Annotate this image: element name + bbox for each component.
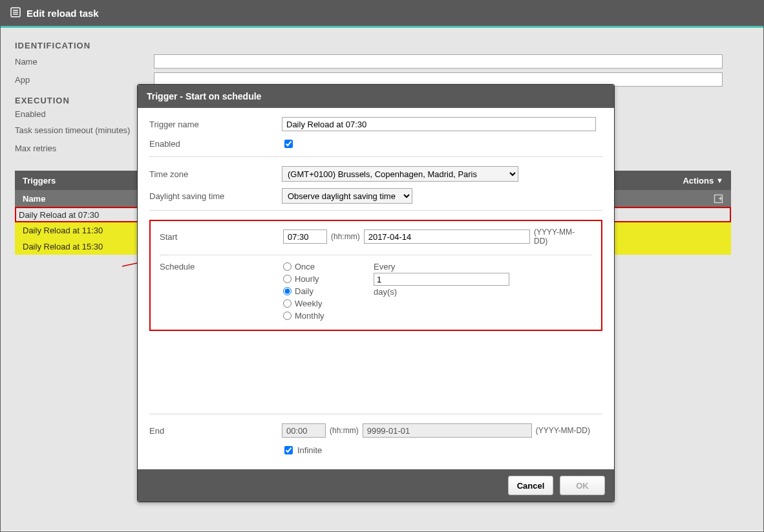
schedule-daily-radio[interactable] (283, 287, 292, 295)
end-label: End (149, 426, 282, 436)
schedule-once-radio[interactable] (283, 262, 292, 271)
page-body: IDENTIFICATION Name App EXECUTION Enable… (1, 28, 763, 531)
edit-reload-task-window: Edit reload task IDENTIFICATION Name App… (0, 0, 764, 532)
window-title: Edit reload task (27, 8, 99, 19)
schedule-weekly-radio[interactable] (283, 299, 292, 308)
timezone-label: Time zone (149, 169, 282, 179)
window-header: Edit reload task (1, 1, 763, 28)
trigger-name-input[interactable] (282, 117, 596, 131)
every-input[interactable] (374, 273, 509, 286)
ymd-hint: (YYYY-MM-DD) (534, 228, 588, 246)
dst-label: Daylight saving time (149, 191, 282, 201)
dst-select[interactable]: Observe daylight saving time (282, 188, 412, 204)
start-date-input[interactable] (364, 229, 530, 244)
trigger-name-label: Trigger name (149, 120, 282, 129)
trigger-enabled-checkbox[interactable] (284, 140, 293, 148)
infinite-checkbox[interactable] (284, 446, 293, 454)
start-time-input[interactable] (283, 229, 327, 244)
schedule-hourly-radio[interactable] (283, 275, 292, 283)
dialog-footer: Cancel OK (138, 469, 614, 502)
every-unit: day(s) (374, 287, 509, 297)
schedule-label: Schedule (160, 262, 283, 271)
hhmm-hint: (hh:mm) (331, 232, 360, 241)
timezone-select[interactable]: (GMT+0100) Brussels, Copenhagen, Madrid,… (282, 166, 518, 182)
task-icon (10, 6, 27, 20)
end-date-input (363, 423, 532, 438)
schedule-monthly-radio[interactable] (283, 312, 292, 320)
dialog-title: Trigger - Start on schedule (138, 85, 614, 108)
separator (160, 255, 592, 255)
modal-overlay: Trigger - Start on schedule Trigger name… (1, 28, 763, 531)
start-label: Start (160, 232, 283, 242)
separator (149, 414, 602, 414)
hhmm-hint: (hh:mm) (330, 426, 359, 435)
trigger-dialog: Trigger - Start on schedule Trigger name… (137, 84, 615, 502)
ymd-hint: (YYYY-MM-DD) (536, 426, 590, 435)
infinite-label: Infinite (297, 445, 322, 455)
cancel-button[interactable]: Cancel (508, 476, 553, 495)
schedule-highlight-box: Start (hh:mm) (YYYY-MM-DD) Schedule Once… (149, 220, 602, 331)
separator (149, 156, 602, 157)
every-label: Every (374, 262, 509, 271)
end-time-input (282, 423, 326, 438)
ok-button[interactable]: OK (560, 476, 605, 495)
trigger-enabled-label: Enabled (149, 139, 282, 149)
separator (149, 210, 602, 211)
